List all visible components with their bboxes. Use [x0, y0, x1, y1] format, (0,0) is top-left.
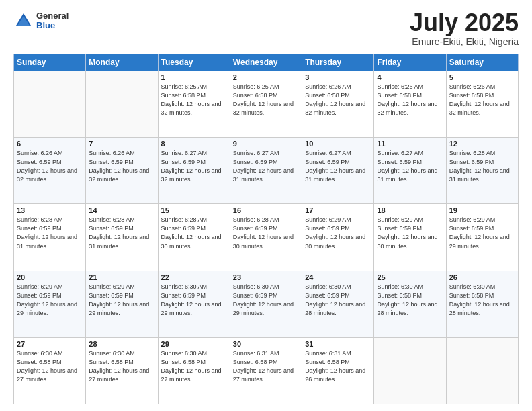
calendar-cell: 21Sunrise: 6:29 AM Sunset: 6:59 PM Dayli…	[86, 271, 158, 337]
day-number: 5	[449, 73, 515, 81]
calendar-cell: 25Sunrise: 6:30 AM Sunset: 6:58 PM Dayli…	[374, 271, 446, 337]
calendar-cell: 26Sunrise: 6:30 AM Sunset: 6:58 PM Dayli…	[446, 271, 518, 337]
day-number: 12	[449, 140, 515, 148]
calendar-cell: 20Sunrise: 6:29 AM Sunset: 6:59 PM Dayli…	[14, 271, 86, 337]
day-number: 31	[305, 340, 371, 348]
day-info: Sunrise: 6:28 AM Sunset: 6:59 PM Dayligh…	[161, 216, 227, 250]
day-info: Sunrise: 6:29 AM Sunset: 6:59 PM Dayligh…	[377, 216, 443, 250]
day-number: 1	[161, 73, 227, 81]
day-number: 21	[89, 273, 154, 281]
calendar-cell: 6Sunrise: 6:26 AM Sunset: 6:59 PM Daylig…	[14, 138, 86, 204]
title-block: July 2025 Emure-Ekiti, Ekiti, Nigeria	[410, 11, 519, 47]
day-number: 25	[377, 273, 443, 281]
logo-text: General Blue	[36, 11, 69, 31]
calendar-cell: 9Sunrise: 6:27 AM Sunset: 6:59 PM Daylig…	[230, 138, 302, 204]
calendar-cell: 5Sunrise: 6:26 AM Sunset: 6:58 PM Daylig…	[446, 71, 518, 138]
calendar-cell: 27Sunrise: 6:30 AM Sunset: 6:58 PM Dayli…	[14, 337, 86, 404]
day-info: Sunrise: 6:30 AM Sunset: 6:59 PM Dayligh…	[305, 283, 371, 318]
day-header-sunday: Sunday	[14, 54, 86, 71]
day-header-friday: Friday	[374, 54, 446, 71]
calendar-cell	[374, 337, 446, 404]
day-number: 7	[89, 140, 154, 148]
day-number: 2	[233, 73, 299, 81]
calendar-week-3: 13Sunrise: 6:28 AM Sunset: 6:59 PM Dayli…	[14, 204, 519, 271]
day-number: 17	[305, 206, 371, 214]
day-number: 4	[377, 73, 443, 81]
day-number: 20	[17, 273, 83, 281]
day-info: Sunrise: 6:30 AM Sunset: 6:59 PM Dayligh…	[161, 283, 227, 318]
day-info: Sunrise: 6:25 AM Sunset: 6:58 PM Dayligh…	[233, 83, 299, 118]
day-number: 9	[233, 140, 299, 148]
calendar-cell: 14Sunrise: 6:28 AM Sunset: 6:59 PM Dayli…	[86, 204, 158, 271]
header: General Blue July 2025 Emure-Ekiti, Ekit…	[13, 11, 519, 47]
day-header-thursday: Thursday	[302, 54, 374, 71]
calendar-cell	[446, 337, 518, 404]
calendar-cell: 10Sunrise: 6:27 AM Sunset: 6:59 PM Dayli…	[302, 138, 374, 204]
day-number: 22	[161, 273, 227, 281]
calendar-cell: 18Sunrise: 6:29 AM Sunset: 6:59 PM Dayli…	[374, 204, 446, 271]
day-info: Sunrise: 6:28 AM Sunset: 6:59 PM Dayligh…	[89, 216, 154, 250]
day-number: 29	[161, 340, 227, 348]
calendar-cell: 8Sunrise: 6:27 AM Sunset: 6:59 PM Daylig…	[158, 138, 230, 204]
logo: General Blue	[13, 11, 69, 31]
calendar: SundayMondayTuesdayWednesdayThursdayFrid…	[13, 54, 519, 404]
calendar-header-row: SundayMondayTuesdayWednesdayThursdayFrid…	[14, 54, 519, 71]
day-number: 24	[305, 273, 371, 281]
day-number: 11	[377, 140, 443, 148]
day-info: Sunrise: 6:28 AM Sunset: 6:59 PM Dayligh…	[233, 216, 299, 250]
calendar-cell: 1Sunrise: 6:25 AM Sunset: 6:58 PM Daylig…	[158, 71, 230, 138]
day-header-monday: Monday	[86, 54, 158, 71]
calendar-cell: 2Sunrise: 6:25 AM Sunset: 6:58 PM Daylig…	[230, 71, 302, 138]
title-location: Emure-Ekiti, Ekiti, Nigeria	[410, 36, 519, 47]
day-info: Sunrise: 6:26 AM Sunset: 6:58 PM Dayligh…	[305, 83, 371, 118]
calendar-cell	[14, 71, 86, 138]
day-number: 10	[305, 140, 371, 148]
calendar-cell: 29Sunrise: 6:30 AM Sunset: 6:58 PM Dayli…	[158, 337, 230, 404]
calendar-cell: 17Sunrise: 6:29 AM Sunset: 6:59 PM Dayli…	[302, 204, 374, 271]
calendar-cell: 31Sunrise: 6:31 AM Sunset: 6:58 PM Dayli…	[302, 337, 374, 404]
day-header-wednesday: Wednesday	[230, 54, 302, 71]
logo-icon	[13, 11, 34, 31]
calendar-cell: 22Sunrise: 6:30 AM Sunset: 6:59 PM Dayli…	[158, 271, 230, 337]
calendar-week-5: 27Sunrise: 6:30 AM Sunset: 6:58 PM Dayli…	[14, 337, 519, 404]
day-info: Sunrise: 6:30 AM Sunset: 6:58 PM Dayligh…	[377, 283, 443, 318]
calendar-cell: 30Sunrise: 6:31 AM Sunset: 6:58 PM Dayli…	[230, 337, 302, 404]
day-number: 13	[17, 206, 83, 214]
calendar-cell: 15Sunrise: 6:28 AM Sunset: 6:59 PM Dayli…	[158, 204, 230, 271]
day-header-saturday: Saturday	[446, 54, 518, 71]
day-info: Sunrise: 6:30 AM Sunset: 6:58 PM Dayligh…	[161, 349, 227, 384]
calendar-week-4: 20Sunrise: 6:29 AM Sunset: 6:59 PM Dayli…	[14, 271, 519, 337]
day-info: Sunrise: 6:29 AM Sunset: 6:59 PM Dayligh…	[89, 283, 154, 318]
day-info: Sunrise: 6:26 AM Sunset: 6:58 PM Dayligh…	[377, 83, 443, 118]
day-header-tuesday: Tuesday	[158, 54, 230, 71]
logo-blue-text: Blue	[36, 21, 69, 30]
calendar-cell: 19Sunrise: 6:29 AM Sunset: 6:59 PM Dayli…	[446, 204, 518, 271]
day-info: Sunrise: 6:27 AM Sunset: 6:59 PM Dayligh…	[305, 149, 371, 184]
day-info: Sunrise: 6:30 AM Sunset: 6:58 PM Dayligh…	[449, 283, 515, 318]
day-info: Sunrise: 6:30 AM Sunset: 6:58 PM Dayligh…	[89, 349, 154, 384]
day-info: Sunrise: 6:29 AM Sunset: 6:59 PM Dayligh…	[17, 283, 83, 318]
day-info: Sunrise: 6:27 AM Sunset: 6:59 PM Dayligh…	[161, 149, 227, 184]
day-number: 8	[161, 140, 227, 148]
day-info: Sunrise: 6:31 AM Sunset: 6:58 PM Dayligh…	[233, 349, 299, 384]
day-info: Sunrise: 6:27 AM Sunset: 6:59 PM Dayligh…	[233, 149, 299, 184]
calendar-cell: 11Sunrise: 6:27 AM Sunset: 6:59 PM Dayli…	[374, 138, 446, 204]
calendar-cell	[86, 71, 158, 138]
day-number: 6	[17, 140, 83, 148]
calendar-week-2: 6Sunrise: 6:26 AM Sunset: 6:59 PM Daylig…	[14, 138, 519, 204]
calendar-cell: 16Sunrise: 6:28 AM Sunset: 6:59 PM Dayli…	[230, 204, 302, 271]
day-info: Sunrise: 6:26 AM Sunset: 6:59 PM Dayligh…	[89, 149, 154, 184]
day-number: 27	[17, 340, 83, 348]
calendar-week-1: 1Sunrise: 6:25 AM Sunset: 6:58 PM Daylig…	[14, 71, 519, 138]
day-info: Sunrise: 6:26 AM Sunset: 6:59 PM Dayligh…	[17, 149, 83, 184]
day-number: 3	[305, 73, 371, 81]
calendar-cell: 12Sunrise: 6:28 AM Sunset: 6:59 PM Dayli…	[446, 138, 518, 204]
day-info: Sunrise: 6:30 AM Sunset: 6:58 PM Dayligh…	[17, 349, 83, 384]
day-info: Sunrise: 6:29 AM Sunset: 6:59 PM Dayligh…	[449, 216, 515, 250]
day-number: 14	[89, 206, 154, 214]
day-number: 28	[89, 340, 154, 348]
day-number: 18	[377, 206, 443, 214]
day-number: 16	[233, 206, 299, 214]
day-number: 30	[233, 340, 299, 348]
calendar-cell: 24Sunrise: 6:30 AM Sunset: 6:59 PM Dayli…	[302, 271, 374, 337]
